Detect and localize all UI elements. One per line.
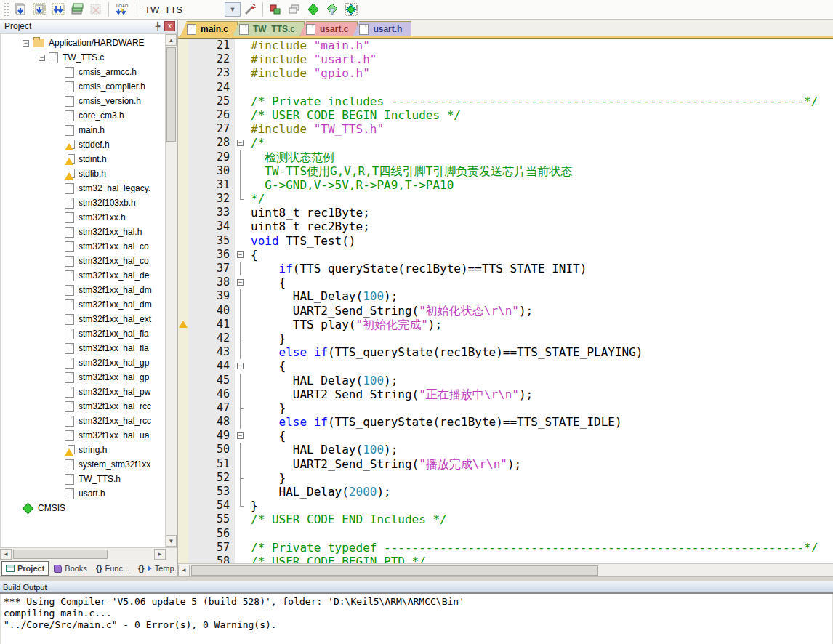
tree-item-string-h[interactable]: string.h [1,443,165,457]
tree-item-application-hardware[interactable]: −Application/HARDWARE [1,36,165,50]
tree-item-stddef-h[interactable]: stddef.h [1,137,165,152]
load-icon[interactable]: LOAD [112,1,131,18]
code-line-30[interactable]: 30 TW-TTS使用G,V,R,T四线引脚T引脚负责发送芯片当前状态 [178,164,833,178]
code-line-57[interactable]: 57/* Private typedef -------------------… [178,541,833,555]
code-line-38[interactable]: 38− { [178,275,833,289]
code-line-26[interactable]: 26/* USER CODE BEGIN Includes */ [178,108,833,122]
pin-icon[interactable]: ╄ [153,22,162,31]
code-line-55[interactable]: 55/* USER CODE END Includes */ [178,512,833,526]
code-line-42[interactable]: 42 } [178,331,833,345]
code-line-36[interactable]: 36−{ [178,248,833,262]
tree-item-stdlib-h[interactable]: stdlib.h [1,166,165,181]
tree-item-cmsis-armcc-h[interactable]: cmsis_armcc.h [1,65,165,79]
toolbar-grip[interactable] [4,2,9,17]
tree-item-stm32f1xx-hal-gp[interactable]: stm32f1xx_hal_gp [1,370,165,385]
editor-tab-usart-h[interactable]: usart.h [353,21,411,36]
options-wand-icon[interactable] [241,1,259,18]
target-dropdown-button[interactable]: ▼ [225,2,241,17]
code-line-44[interactable]: 44− { [178,359,833,373]
workspace-tab-temp[interactable]: {}Temp... [134,561,185,576]
workspace-tab-project[interactable]: Project [1,561,49,576]
tree-item-core-cm3-h[interactable]: core_cm3.h [1,108,165,123]
editor-tab-usart-c[interactable]: usart.c [299,21,358,36]
code-line-22[interactable]: 22#include "usart.h" [178,52,833,66]
tree-item-stm32f1xx-hal-gp[interactable]: stm32f1xx_hal_gp [1,355,165,370]
tree-horizontal-scrollbar[interactable]: ◄ ► [0,547,177,560]
code-line-32[interactable]: 32*/ [178,192,833,206]
rte-diamond-icon[interactable] [342,1,361,18]
target-select[interactable]: TW_TTS [137,4,225,15]
close-panel-icon[interactable]: x [164,21,175,31]
code-line-35[interactable]: 35void TTS_Test() [178,234,833,248]
tree-item-stm32-hal-legacy-[interactable]: stm32_hal_legacy. [1,181,165,196]
translate-icon[interactable] [11,1,30,18]
code-line-54[interactable]: 54} [178,499,833,512]
code-line-23[interactable]: 23#include "gpio.h" [178,66,833,80]
code-line-52[interactable]: 52 } [178,471,833,485]
code-line-43[interactable]: 43 else if(TTS_queryState(rec1Byte)==TTS… [178,345,833,359]
filter-diamond-icon[interactable] [323,1,342,18]
code-area[interactable]: 21#include "main.h"22#include "usart.h"2… [178,39,833,563]
tree-item-stm32f1xx-h[interactable]: stm32f1xx.h [1,210,165,225]
tree-item-stm32f1xx-hal-dm[interactable]: stm32f1xx_hal_dm [1,283,165,297]
collapse-icon[interactable]: − [39,55,45,61]
code-line-58[interactable]: 58/* USER CODE BEGIN PTD */ [178,555,833,563]
scroll-up-icon[interactable]: ▲ [166,34,177,46]
code-line-29[interactable]: 29 检测状态范例 [178,150,833,164]
collapse-icon[interactable]: − [23,40,29,47]
tree-item-usart-h[interactable]: usart.h [1,486,165,501]
code-line-56[interactable]: 56 [178,527,833,541]
tree-item-stm32f1xx-hal-h[interactable]: stm32f1xx_hal.h [1,225,165,239]
code-line-33[interactable]: 33uint8_t rec1Byte; [178,206,833,220]
scroll-down-icon[interactable]: ▼ [166,535,177,547]
tree-item-stm32f1xx-hal-co[interactable]: stm32f1xx_hal_co [1,239,165,254]
pack-installer-icon[interactable] [304,1,323,18]
tree-vscroll-thumb[interactable] [166,47,176,142]
fold-column[interactable]: − [235,429,247,443]
tree-item-stm32f1xx-hal-rcc[interactable]: stm32f1xx_hal_rcc [1,414,165,428]
tree-item-stm32f1xx-hal-co[interactable]: stm32f1xx_hal_co [1,254,165,268]
stop-build-icon[interactable] [86,1,105,18]
editor-hscroll-thumb[interactable] [191,565,598,576]
code-line-34[interactable]: 34uint8_t rec2Byte; [178,220,833,233]
tree-item-stm32f1xx-hal-fla[interactable]: stm32f1xx_hal_fla [1,341,165,355]
code-line-53[interactable]: 53 HAL_Delay(2000); [178,485,833,499]
tree-hscroll-thumb[interactable] [13,550,108,559]
tree-item-stm32f1xx-hal-de[interactable]: stm32f1xx_hal_de [1,268,165,283]
code-line-27[interactable]: 27#include "TW_TTS.h" [178,122,833,136]
horizontal-splitter[interactable] [0,576,833,581]
tree-item-tw-tts-c[interactable]: −TW_TTS.c [1,50,165,65]
tree-item-cmsis-version-h[interactable]: cmsis_version.h [1,94,165,108]
scroll-left-icon[interactable]: ◄ [0,549,12,560]
tree-item-main-h[interactable]: main.h [1,123,165,137]
code-line-47[interactable]: 47 } [178,401,833,415]
workspace-tab-books[interactable]: Books [50,561,91,576]
tree-item-stm32f1xx-hal-rcc[interactable]: stm32f1xx_hal_rcc [1,399,165,414]
code-line-28[interactable]: 28−/* [178,136,833,150]
manage-components-icon[interactable] [266,1,285,18]
tree-item-stm32f1xx-hal-ext[interactable]: stm32f1xx_hal_ext [1,312,165,326]
code-line-41[interactable]: 41 TTS_play("初始化完成"); [178,318,833,331]
editor-tab-main-c[interactable]: main.c [180,21,238,36]
code-line-49[interactable]: 49− { [178,429,833,443]
tree-item-cmsis-compiler-h[interactable]: cmsis_compiler.h [1,79,165,94]
code-line-50[interactable]: 50 HAL_Delay(100); [178,443,833,456]
fold-column[interactable]: − [235,136,247,150]
code-line-45[interactable]: 45 HAL_Delay(100); [178,374,833,387]
fold-column[interactable]: − [235,275,247,289]
code-line-51[interactable]: 51 UART2_Send_String("播放完成\r\n"); [178,457,833,471]
code-line-46[interactable]: 46 UART2_Send_String("正在播放中\r\n"); [178,387,833,401]
code-line-21[interactable]: 21#include "main.h" [178,39,833,52]
tree-item-stdint-h[interactable]: stdint.h [1,152,165,166]
build-output-log[interactable]: *** Using Compiler 'V5.06 update 5 (buil… [0,594,833,644]
batch-build-icon[interactable] [68,1,86,18]
scroll-right-icon[interactable]: ► [154,549,166,560]
workspace-tab-func[interactable]: {}Func... [92,561,133,576]
tree-item-stm32f1xx-hal-ua[interactable]: stm32f1xx_hal_ua [1,428,165,443]
fold-column[interactable]: − [235,359,247,373]
build-icon[interactable] [30,1,49,18]
tree-item-stm32f103xb-h[interactable]: stm32f103xb.h [1,196,165,210]
tree-item-system-stm32f1xx[interactable]: system_stm32f1xx [1,457,165,472]
windows-icon[interactable] [285,1,304,18]
code-line-48[interactable]: 48 else if(TTS_queryState(rec1Byte)==TTS… [178,415,833,429]
